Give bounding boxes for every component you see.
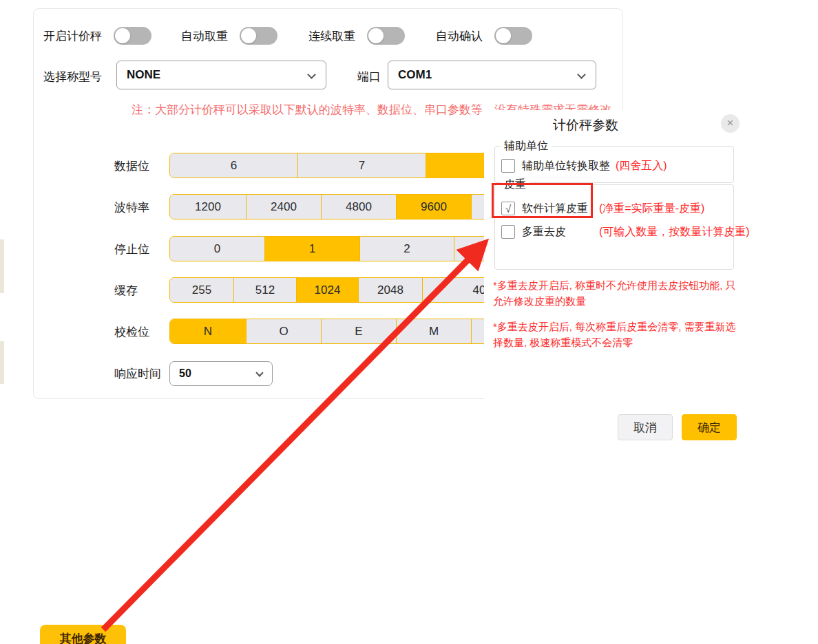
scale-model-label: 选择称型号 [43,69,102,85]
toggle-knob [241,28,256,43]
segment-option[interactable]: O [246,319,321,343]
left-edge-clipped-element [0,341,4,384]
enable-scale-toggle[interactable] [114,27,151,45]
segment-option[interactable]: 7 [297,153,426,178]
multi-tare-checkbox[interactable] [501,225,515,239]
param-label: 缓存 [114,283,138,299]
software-tare-checkbox[interactable]: √ [501,202,515,215]
segment-option[interactable]: 1200 [170,195,246,219]
response-time-select[interactable]: 50 [169,361,273,386]
segment-option[interactable]: 1 [264,237,359,261]
toggle-group-enable-scale: 开启计价秤 [43,27,151,45]
segment-option[interactable]: N [170,319,246,343]
checkbox-label: 辅助单位转换取整 [522,159,610,173]
toggle-group-continuous-weigh: 连续取重 [308,27,405,45]
checkbox-hint: (可输入数量，按数量计算皮重) [599,225,750,239]
tare-fieldset: 皮重 √ 软件计算皮重 (净重=实际重量-皮重) 多重去皮 (可输入数量，按数量… [494,184,734,270]
checkbox-hint: (四舍五入) [616,159,667,173]
checkbox-hint: (净重=实际重量-皮重) [599,202,704,216]
other-params-button[interactable]: 其他参数 [40,625,126,644]
port-value: COM1 [398,68,432,82]
software-tare-row: √ 软件计算皮重 (净重=实际重量-皮重) [501,200,588,217]
segment-option[interactable]: 1024 [296,278,358,302]
multi-tare-note-2: *多重去皮开启后, 每次称重后皮重会清零, 需要重新选择数量, 极速称重模式不会… [493,319,745,351]
param-label: 停止位 [114,242,149,257]
continuous-weigh-toggle[interactable] [367,27,405,45]
pricing-scale-settings-page: { "colors": { "accent_yellow": "#FFC000"… [0,0,818,644]
toggle-group-auto-weigh: 自动取重 [181,27,277,45]
toggle-label: 自动确认 [436,28,483,44]
aux-unit-round-row: 辅助单位转换取整 (四舍五入) [501,158,610,174]
chevron-down-icon [577,70,586,79]
segment-option[interactable]: 6 [170,153,297,178]
scale-params-dialog: 计价秤参数 × 辅助单位 辅助单位转换取整 (四舍五入) 皮重 √ 软件计算皮重… [484,110,818,644]
response-time-label: 响应时间 [114,366,161,382]
param-label: 数据位 [114,158,149,174]
port-select[interactable]: COM1 [388,61,596,89]
dialog-title: 计价秤参数 [553,116,818,134]
param-label: 校检位 [114,324,149,340]
chevron-down-icon [307,70,316,79]
close-icon[interactable]: × [721,114,740,133]
scale-model-value: NONE [127,68,160,82]
toggle-label: 开启计价秤 [43,28,102,44]
multi-tare-row: 多重去皮 (可输入数量，按数量计算皮重) [501,224,566,240]
chevron-down-icon [255,369,263,376]
segment-option[interactable]: 512 [233,278,296,302]
segment-option[interactable]: M [396,319,471,343]
checkbox-label: 软件计算皮重 [522,202,588,216]
toggle-knob [496,28,511,43]
segment-option[interactable]: 2400 [246,195,321,219]
segment-option[interactable]: 2048 [358,278,422,302]
toggle-group-auto-confirm: 自动确认 [436,27,532,45]
checkbox-label: 多重去皮 [522,225,566,239]
toggle-label: 连续取重 [308,28,355,44]
toggle-label: 自动取重 [181,28,228,44]
auto-confirm-toggle[interactable] [494,27,532,45]
segment-option[interactable]: 4800 [321,195,396,219]
dialog-buttons: 取消 确定 [618,414,737,440]
segment-option[interactable]: 255 [170,278,233,302]
multi-tare-note-1: *多重去皮开启后, 称重时不允许使用去皮按钮功能, 只允许修改皮重的数量 [493,277,745,310]
aux-unit-legend: 辅助单位 [501,139,552,153]
segment-option[interactable]: E [321,319,396,343]
response-time-value: 50 [179,367,191,380]
left-edge-clipped-element [0,239,4,293]
aux-unit-fieldset: 辅助单位 辅助单位转换取整 (四舍五入) [494,146,734,183]
segment-option[interactable]: 0 [170,237,264,261]
port-label: 端口 [357,69,381,85]
confirm-button[interactable]: 确定 [682,414,737,440]
aux-unit-round-checkbox[interactable] [501,159,515,173]
segment-option[interactable]: 2 [359,237,454,261]
tare-legend: 皮重 [501,178,529,192]
toggle-knob [115,28,130,43]
toggle-knob [368,28,384,43]
cancel-button[interactable]: 取消 [618,414,673,440]
segment-option[interactable]: 9600 [396,195,471,219]
auto-weigh-toggle[interactable] [240,27,277,45]
scale-model-select[interactable]: NONE [116,61,326,89]
param-label: 波特率 [114,200,149,215]
